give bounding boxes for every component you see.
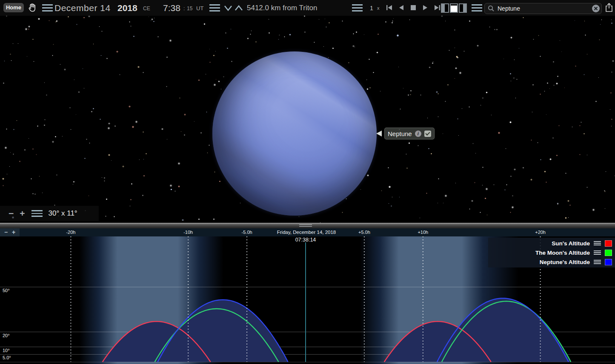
toolbar-seconds[interactable]: 15 [187,6,192,11]
home-button[interactable]: Home [3,3,24,12]
toolbar-year[interactable]: 2018 [117,3,137,13]
toolbar-time[interactable]: 7:38 [163,3,180,13]
search-icon [488,5,495,12]
legend-row[interactable]: The Moon's Altitude [488,248,615,257]
time-menu-icon[interactable] [209,4,220,11]
legend-color-swatch[interactable] [605,259,612,265]
time-tick-label: -5.0h [242,230,252,235]
time-tick-label: +10h [418,230,428,235]
altitude-graph-panel: − + Friday, December 14, 2018 -20h-10h-5… [0,228,615,364]
selection-arrow-icon [376,131,382,136]
graph-zoom-controls: − + [0,228,20,236]
object-name[interactable]: Neptune [388,130,412,137]
bottom-panel-toggle-icon[interactable] [450,3,458,13]
toolbar-timezone[interactable]: UT [196,5,203,11]
time-tick-label: +5.0h [358,230,370,235]
time-rate-unit: x [377,6,380,11]
graph-plot-area[interactable]: 07:38:14 Sun's AltitudeThe Moon's Altitu… [0,236,615,364]
altitude-axis-label: 20° [3,333,10,338]
chevron-up-icon[interactable] [235,5,243,11]
legend-row[interactable]: Neptune's Altitude [488,257,615,267]
search-menu-icon[interactable] [472,4,482,11]
altitude-axis-label: 10° [3,348,10,353]
left-panel-toggle-icon[interactable] [441,3,449,13]
toolbar-date[interactable]: December 14 [54,3,111,13]
skysafari-app: Home December 14 2018 CE 7:38 : 15 UT 54… [0,0,615,364]
time-tick-label: -20h [66,230,75,235]
step-back-button[interactable] [397,4,406,11]
chevron-down-icon[interactable] [224,5,232,11]
right-panel-toggle-icon[interactable] [459,3,467,13]
date-menu-icon[interactable] [42,4,53,11]
top-toolbar: Home December 14 2018 CE 7:38 : 15 UT 54… [0,0,615,16]
toolbar-time-separator: : [183,6,185,11]
time-rate-value[interactable]: 1 [370,5,373,11]
graph-time-axis-header: − + Friday, December 14, 2018 -20h-10h-5… [0,228,615,236]
skip-to-start-button[interactable] [385,4,394,11]
stop-button[interactable] [409,4,418,11]
fov-menu-icon[interactable] [31,210,43,217]
legend-color-swatch[interactable] [605,240,612,247]
graph-zoom-out-button[interactable]: − [4,228,8,236]
zoom-in-button[interactable]: + [20,208,25,219]
object-label-pill[interactable]: Neptune i [384,128,435,139]
legend-menu-icon[interactable] [594,241,601,245]
current-time-readout: 07:38:14 [295,237,316,243]
distance-readout[interactable]: 5412.0 km from Triton [247,4,317,12]
fov-bar: − + 30° x 11° [0,206,99,221]
search-input[interactable] [497,4,588,13]
panel-divider[interactable] [0,223,615,228]
graph-zoom-in-button[interactable]: + [12,228,15,236]
clear-search-icon[interactable] [592,5,600,12]
legend-label: Sun's Altitude [552,240,590,247]
legend-color-swatch[interactable] [605,250,612,256]
object-selected-checkbox[interactable] [424,131,431,137]
altitude-axis-label: 5.0° [3,355,11,360]
altitude-axis-label: 50° [3,288,10,293]
fov-value: 30° x 11° [49,209,77,218]
search-field[interactable] [484,3,602,14]
graph-legend: Sun's AltitudeThe Moon's AltitudeNeptune… [488,238,615,267]
time-tick-label: -10h [183,230,193,235]
play-button[interactable] [421,4,429,11]
legend-row[interactable]: Sun's Altitude [488,239,615,248]
toolbar-era: CE [143,6,150,11]
skip-to-end-button[interactable] [433,4,441,11]
legend-menu-icon[interactable] [594,250,601,255]
zoom-out-button[interactable]: − [9,208,14,219]
sky-view[interactable]: Neptune i − + 30° x 11° [0,16,615,223]
legend-menu-icon[interactable] [594,260,601,264]
divider-grip-icon[interactable] [299,225,312,227]
starfield [0,16,0,16]
legend-label: Neptune's Altitude [540,259,590,265]
graph-date-label: Friday, December 14, 2018 [277,230,336,235]
pan-hand-icon[interactable] [27,3,38,13]
rate-menu-icon[interactable] [352,4,363,11]
object-info-icon[interactable]: i [415,131,421,137]
time-tick-label: +20h [535,230,546,235]
neptune-planet[interactable] [212,51,377,216]
share-icon[interactable] [605,3,613,13]
legend-label: The Moon's Altitude [535,250,590,256]
